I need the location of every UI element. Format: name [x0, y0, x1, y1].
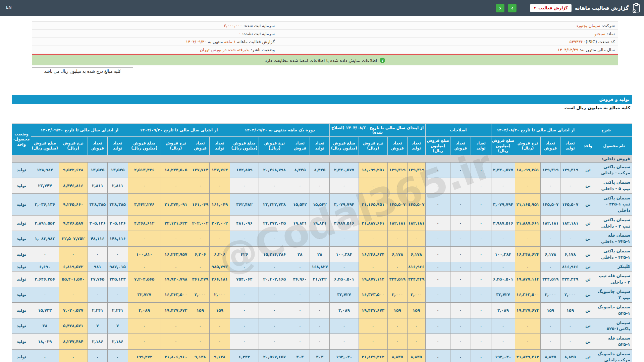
- value-cell: ۰: [471, 287, 491, 303]
- value-cell: ۲,۰۰۰: [560, 287, 580, 303]
- value-cell: ۰: [407, 231, 425, 247]
- value-cell: ۴۲۶: [230, 246, 259, 262]
- value-cell: ۰: [541, 334, 560, 350]
- value-cell: ۲۲,۵۰۷,۷۵۲: [59, 231, 88, 247]
- value-cell: ۰: [59, 246, 88, 262]
- table-row: سیمان جامبوبگ تیپ ۲تن۲,۰۰۰۲,۰۰۰۱۶,۳۶۳,۵۰…: [12, 287, 632, 303]
- status-cell: تولید: [12, 215, 31, 231]
- column-header: تعداد تولید: [209, 137, 230, 156]
- table-row: سیمان فله ۱-۵۲۵تن۰۰۰۰۰۰۰۰۰۰۰۰۰۰۰۰۰۰۰۲,۱۸…: [12, 334, 632, 350]
- company-info-table: شرکت: سیمان بجنورد سرمایه ثبت شده: ۲,۰۰۰…: [32, 21, 618, 54]
- value-cell: ۰: [161, 334, 191, 350]
- value-cell: ۱۹,۸۷۷,۱۱۴: [515, 272, 541, 287]
- value-cell: ۱۶,۲۴۸,۶۲۴: [359, 246, 387, 262]
- value-cell: ۹,۱۳۸: [209, 349, 230, 362]
- value-cell: ۰: [541, 231, 560, 247]
- value-cell: ۸۱۶,۹۶۶: [560, 262, 580, 272]
- product-name-cell: سیمان پاکتی۱-۵۲۵: [596, 318, 632, 334]
- value-cell: ۳۰۳: [310, 349, 330, 362]
- value-cell: ۳۶۱,۴۷۹: [191, 272, 210, 287]
- value-cell: ۰: [107, 287, 128, 303]
- company-value: سیمان بجنورد: [576, 23, 600, 28]
- product-name-cell: سیمان فله ۱-۴۲۵ - داخلی: [596, 231, 632, 247]
- value-cell: ۳,۰۷۹,۷۹۴: [491, 193, 515, 215]
- value-cell: ۱۸,۲۴۴,۵۰۵: [161, 162, 191, 178]
- value-cell: ۲۰۲,۰۰۲: [191, 215, 210, 231]
- value-cell: ۰: [450, 162, 471, 178]
- value-cell: ۳۲۴,۴۴۹: [560, 272, 580, 287]
- value-cell: ۱۸,۰۹۹,۲۵۱: [359, 162, 387, 178]
- value-cell: ۳۶,۹۶۰: [290, 272, 310, 287]
- value-cell: ۱۴۸,۱۱۶: [107, 231, 128, 247]
- value-cell: ۲۲,۱۲۱,۶۲۳: [161, 215, 191, 231]
- value-cell: ۶,۶۹۰: [31, 262, 59, 272]
- next-report-button[interactable]: ›: [508, 4, 517, 12]
- value-cell: ۰: [471, 318, 491, 334]
- status-cell: تولید: [12, 178, 31, 194]
- status-cell: تولید: [12, 193, 31, 215]
- value-cell: ۰: [450, 287, 471, 303]
- value-cell: ۲۱,۸۰۶,۹۶۰: [161, 349, 191, 362]
- value-cell: ۰: [450, 318, 471, 334]
- value-cell: ۰: [330, 231, 359, 247]
- table-row: کلینکرتن۸۱۶,۹۶۶۰۰۰۰۰۰۸۱۶,۹۶۶۰۰۰۱۶۸,۸۲۷۰۰…: [12, 262, 632, 272]
- value-cell: ۹۸۷,۰۱۵: [107, 262, 128, 272]
- value-cell: ۳۲,۷۲۷: [330, 287, 359, 303]
- value-cell: ۱۳,۵۴۵: [88, 162, 107, 178]
- value-cell: ۰: [471, 334, 491, 350]
- value-cell: ۶,۱۷۸: [541, 246, 560, 262]
- value-cell: ۳۲,۷۲۷: [491, 287, 515, 303]
- column-header: تعداد فروش: [450, 137, 471, 156]
- value-cell: ۱۹,۴۲۷,۶۷۳: [515, 303, 541, 318]
- value-cell: ۸,۸۳۵: [541, 349, 560, 362]
- value-cell: ۰: [259, 262, 290, 272]
- value-cell: ۳۳۵,۱۲۳: [107, 272, 128, 287]
- value-cell: ۱۳,۵۴۵: [107, 162, 128, 178]
- info-row-company: شرکت: سیمان بجنورد سرمایه ثبت شده: ۲,۰۰۰…: [32, 22, 618, 30]
- column-group-header: از ابتدای سال مالی تا تاریخ ۱۴۰۳/۰۹/۳۰: [31, 124, 128, 137]
- value-cell: ۳,۰۷۹,۷۹۴: [330, 193, 359, 215]
- value-cell: ۱۰۰,۳۸۴: [330, 246, 359, 262]
- value-cell: ۰: [107, 246, 128, 262]
- value-cell: ۴,۴۶۸,۶۱۲: [128, 215, 161, 231]
- value-cell: ۳,۰۸۹: [491, 303, 515, 318]
- value-cell: ۲,۶۴۶,۲۵۶: [31, 272, 59, 287]
- value-cell: ۶,۸۱۹,۵۷۲: [59, 262, 88, 272]
- value-cell: ۰: [450, 231, 471, 247]
- value-cell: ۵۵,۴۰۱,۵۷۰: [59, 272, 88, 287]
- value-cell: ۲۱,۸۸۷,۶۶۱: [359, 215, 387, 231]
- report-type-dropdown-label: گزارش فعالیت: [538, 6, 568, 10]
- value-cell: ۱۶,۲۴۸,۶۲۴: [515, 246, 541, 262]
- value-cell: ۱۹,۸۷۷,۱۱۴: [359, 272, 387, 287]
- value-cell: ۲۰۲,۰۰۲: [209, 215, 230, 231]
- chevron-left-icon: ‹: [499, 5, 501, 11]
- unit-cell: تن: [580, 162, 596, 178]
- value-cell: ۱۶,۳۶۳,۵۰۰: [359, 287, 387, 303]
- column-group-header: وضعیت محصول-واحد: [12, 124, 31, 156]
- previous-report-button[interactable]: ‹: [496, 4, 504, 12]
- value-cell: ۰: [191, 178, 210, 194]
- status-cell: تولید: [12, 334, 31, 350]
- value-cell: ۰: [128, 178, 161, 194]
- value-cell: ۰: [330, 262, 359, 272]
- unregistered-capital-field: سرمایه ثبت نشده: ۰: [32, 31, 278, 36]
- column-header: تعداد فروش: [541, 137, 560, 156]
- value-cell: ۰: [290, 231, 310, 247]
- value-cell: ۱۶,۳۶۳,۵۰۰: [515, 287, 541, 303]
- report-period-length: ۱ ماهه: [224, 39, 236, 44]
- symbol-field: نماد: سبجنو: [278, 31, 618, 36]
- value-cell: ۰: [387, 231, 407, 247]
- product-name-cell: سیمان پاکتی ۱-۴۲۵ - داخلی: [596, 246, 632, 262]
- column-header: تعداد فروش: [290, 137, 310, 156]
- chevron-down-icon: ▼: [534, 6, 536, 9]
- table-row: سیمان پاکتی تیپ ۱-۳۲۵ - داخلیتن۱۴۵,۵۰۷۱۴…: [12, 193, 632, 215]
- report-type-dropdown[interactable]: گزارش فعالیت ▼: [530, 4, 572, 12]
- fiscal-year-value: ۱۴۰۴/۱۲/۲۹: [557, 47, 578, 52]
- value-cell: ۲,۸۹۱,۵۵۳: [31, 215, 59, 231]
- value-cell: ۰: [515, 334, 541, 350]
- value-cell: ۳۶۶,۱۸۱: [209, 272, 230, 287]
- registered-capital-value: ۲,۰۰۰,۰۰۰: [224, 23, 242, 28]
- fiscal-year-field: سال مالی منتهی به: ۱۴۰۴/۱۲/۲۹: [278, 47, 618, 52]
- value-cell: ۰: [191, 262, 210, 272]
- language-switch-en[interactable]: EN: [6, 5, 12, 10]
